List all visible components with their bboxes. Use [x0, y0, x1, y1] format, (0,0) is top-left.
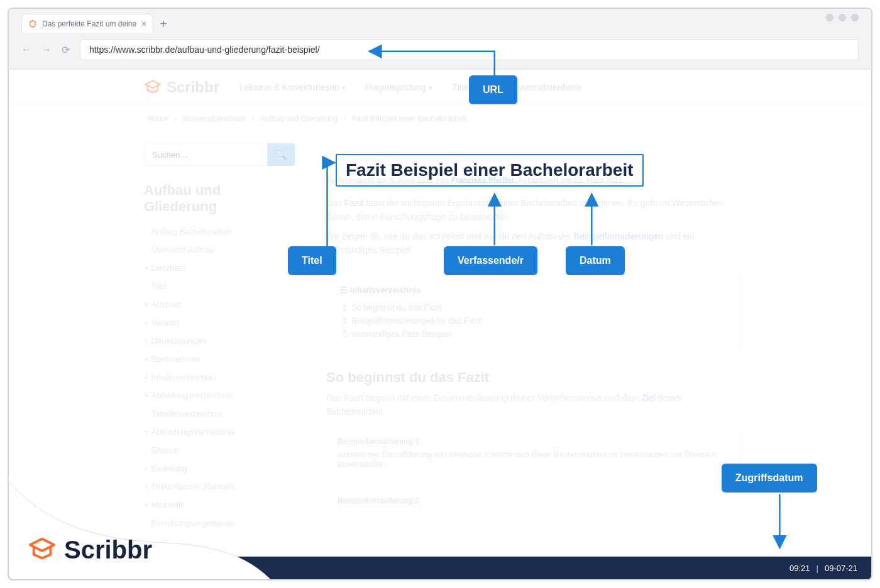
breadcrumb-item[interactable]: Home: [148, 114, 168, 123]
footer-brand-text: Scribbr: [64, 536, 152, 564]
breadcrumb: Home › Wissensdatenbank › Aufbau und Gli…: [9, 106, 871, 129]
close-tab-icon[interactable]: ×: [141, 19, 146, 29]
sidebar-item[interactable]: +Tabellenverzeichnis: [144, 405, 295, 423]
taskbar-date: 09-07-21: [825, 564, 857, 573]
sidebar-item[interactable]: +Danksagungen: [144, 332, 295, 350]
search-icon: 🔍: [276, 150, 287, 160]
callout-access-date: Zugriffsdatum: [722, 464, 817, 493]
url-text: https://www.scribbr.de/aufbau-und-gliede…: [89, 45, 320, 55]
nav-item[interactable]: Wissensdatenbank: [507, 82, 581, 92]
new-tab-button[interactable]: +: [160, 18, 167, 30]
sidebar-item[interactable]: +Einleitung: [144, 459, 295, 477]
article-title: Fazit Beispiel einer Bachelorarbeit: [336, 154, 644, 187]
example-box: Beispielformulierung 2: [326, 487, 741, 518]
search-input[interactable]: [144, 143, 267, 166]
sidebar-item[interactable]: +Abkürzungsverzeichnis: [144, 423, 295, 441]
sidebar-heading: Aufbau und Gliederung: [144, 182, 295, 215]
favicon-icon: [28, 19, 37, 28]
sidebar-item[interactable]: +Vorwort: [144, 313, 295, 332]
toc-item[interactable]: So beginnst du das Fazit: [351, 301, 727, 314]
callout-author: Verfassende/r: [444, 246, 537, 275]
sidebar-item[interactable]: +Abbildungsverzeichnis: [144, 386, 295, 405]
callout-date: Datum: [566, 246, 625, 275]
chevron-down-icon: ▾: [342, 84, 345, 91]
window-dot-icon[interactable]: [851, 14, 859, 21]
window-controls: [826, 14, 859, 21]
sidebar-item[interactable]: +Glossar: [144, 441, 295, 459]
inline-link[interactable]: Beispielformulierungen: [574, 231, 663, 241]
sidebar-item[interactable]: +Titel: [144, 277, 295, 295]
brand-logo[interactable]: Scribbr: [144, 79, 219, 96]
browser-tab[interactable]: Das perfekte Fazit um deine ×: [21, 14, 153, 33]
sidebar-item[interactable]: +Inhaltsverzeichnis: [144, 368, 295, 386]
article-main: Veröffentlicht am 6. April 2017 von Fran…: [326, 129, 741, 532]
section-heading: So beginnst du das Fazit: [326, 369, 741, 386]
taskbar-time: 09:21: [789, 564, 810, 573]
sidebar-item[interactable]: +Anfang Bachelorarbeit: [144, 222, 295, 241]
inline-link[interactable]: Fazit: [344, 198, 363, 208]
page-curl: [8, 480, 272, 580]
address-bar[interactable]: https://www.scribbr.de/aufbau-und-gliede…: [80, 39, 859, 60]
sidebar: 🔍 Aufbau und Gliederung +Anfang Bachelor…: [144, 129, 295, 532]
browser-tab-title: Das perfekte Fazit um deine: [42, 19, 136, 28]
callout-title: Titel: [288, 246, 336, 275]
nav-item[interactable]: Lektorat & Korrekturlesen ▾: [239, 82, 345, 92]
example-box: Beispielformulierung 1 Anhand der Durchf…: [326, 428, 741, 477]
chevron-down-icon: ▾: [429, 84, 432, 91]
table-of-contents: ☰ Inhaltsverzeichnis So beginnst du das …: [326, 275, 741, 351]
search-button[interactable]: 🔍: [267, 143, 295, 166]
browser-chrome: Das perfekte Fazit um deine × + ← → ⟳ ht…: [9, 9, 871, 70]
sidebar-item[interactable]: +Übersicht Aufbau: [144, 241, 295, 259]
toc-heading: ☰ Inhaltsverzeichnis: [340, 285, 727, 295]
reload-icon[interactable]: ⟳: [62, 44, 70, 56]
toc-item[interactable]: Beispielformulierungen für das Fazit: [351, 314, 727, 327]
window-dot-icon[interactable]: [839, 14, 846, 21]
site-header: Scribbr Lektorat & Korrekturlesen ▾ Plag…: [9, 70, 871, 106]
forward-icon[interactable]: →: [41, 44, 52, 55]
sidebar-item[interactable]: +Sperrvermerk: [144, 350, 295, 368]
breadcrumb-item[interactable]: Aufbau und Gliederung: [260, 114, 338, 123]
sidebar-item[interactable]: +Abstract: [144, 295, 295, 313]
brand-text: Scribbr: [167, 79, 219, 96]
sidebar-item[interactable]: +Deckblatt: [144, 259, 295, 277]
back-icon[interactable]: ←: [21, 44, 31, 55]
footer-brand-logo: Scribbr: [28, 535, 152, 564]
nav-item[interactable]: Plagiatsprüfung ▾: [365, 82, 432, 92]
breadcrumb-item: Fazit Beispiel einer Bachelorarbeit: [352, 114, 466, 123]
inline-link[interactable]: Ziel: [641, 393, 656, 403]
callout-url: URL: [469, 75, 517, 104]
toc-item[interactable]: Vollständiges Fazit Beispiel: [351, 327, 727, 340]
window-dot-icon[interactable]: [826, 14, 833, 21]
breadcrumb-item[interactable]: Wissensdatenbank: [182, 114, 246, 123]
